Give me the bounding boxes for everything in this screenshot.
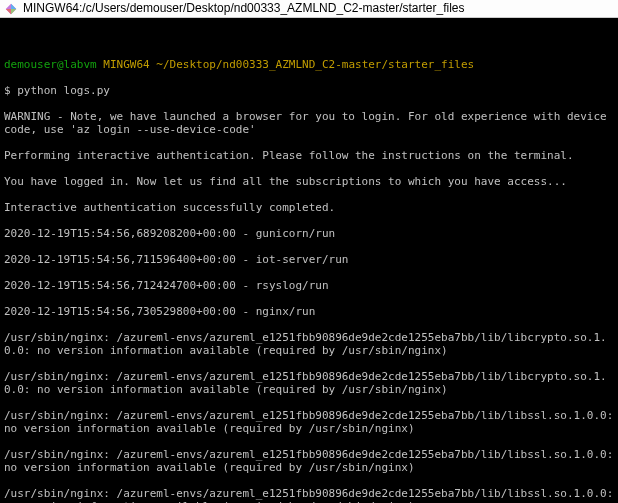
log-line: /usr/sbin/nginx: /azureml-envs/azureml_e… [4, 487, 614, 503]
log-line: You have logged in. Now let us find all … [4, 175, 614, 188]
log-line: 2020-12-19T15:54:56,730529800+00:00 - ng… [4, 305, 614, 318]
log-line: /usr/sbin/nginx: /azureml-envs/azureml_e… [4, 370, 614, 396]
log-line: WARNING - Note, we have launched a brows… [4, 110, 614, 136]
log-line: 2020-12-19T15:54:56,711596400+00:00 - io… [4, 253, 614, 266]
log-line: /usr/sbin/nginx: /azureml-envs/azureml_e… [4, 331, 614, 357]
log-line: Interactive authentication successfully … [4, 201, 614, 214]
command-line: $ python logs.py [4, 84, 614, 97]
log-line: 2020-12-19T15:54:56,712424700+00:00 - rs… [4, 279, 614, 292]
window-titlebar[interactable]: MINGW64:/c/Users/demouser/Desktop/nd0033… [0, 0, 618, 18]
app-icon [4, 2, 18, 16]
window-title: MINGW64:/c/Users/demouser/Desktop/nd0033… [23, 2, 465, 15]
log-line: /usr/sbin/nginx: /azureml-envs/azureml_e… [4, 409, 614, 435]
prompt-user: demouser@labvm [4, 58, 97, 71]
prompt-path: ~/Desktop/nd00333_AZMLND_C2-master/start… [156, 58, 474, 71]
log-line: /usr/sbin/nginx: /azureml-envs/azureml_e… [4, 448, 614, 474]
log-line: 2020-12-19T15:54:56,689208200+00:00 - gu… [4, 227, 614, 240]
blank-line [4, 32, 614, 45]
terminal-output[interactable]: demouser@labvm MINGW64 ~/Desktop/nd00333… [0, 18, 618, 503]
prompt-shell: MINGW64 [103, 58, 149, 71]
prompt-line: demouser@labvm MINGW64 ~/Desktop/nd00333… [4, 58, 614, 71]
command-text: python logs.py [17, 84, 110, 97]
log-line: Performing interactive authentication. P… [4, 149, 614, 162]
